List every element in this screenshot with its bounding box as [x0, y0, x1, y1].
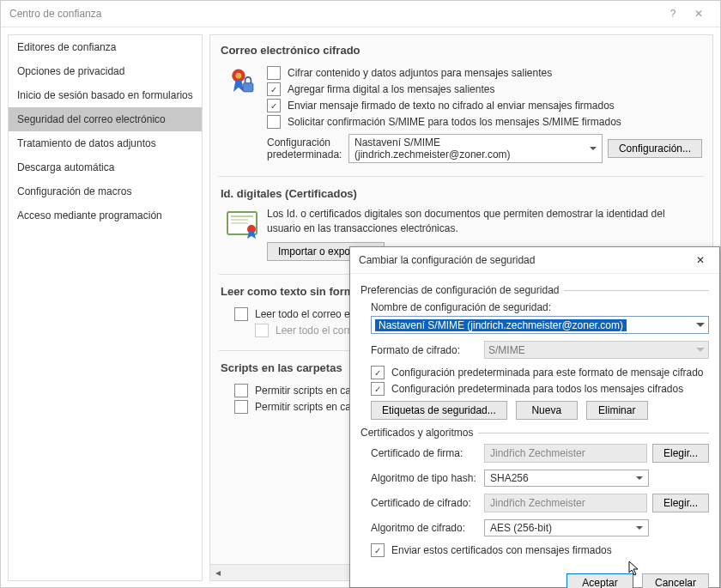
format-select: S/MIME — [484, 341, 709, 359]
hash-alg-label: Algoritmo de tipo hash: — [371, 472, 484, 484]
default-config-label: Configuración predeterminada: — [267, 136, 348, 161]
sidebar-item-email-security[interactable]: Seguridad del correo electrónico — [9, 107, 202, 131]
group-digital-ids: Id. digitales (Certificados) — [210, 180, 712, 203]
new-button[interactable]: Nueva — [516, 401, 578, 420]
checkbox-scripts-shared[interactable] — [234, 384, 248, 397]
opt-label: Configuración predeterminada para todos … — [391, 383, 683, 395]
checkbox-default-all[interactable] — [371, 382, 385, 396]
security-settings-dialog: Cambiar la configuración de seguridad ✕ … — [349, 246, 720, 588]
opt-label: Cifrar contenido y datos adjuntos para m… — [288, 67, 552, 79]
svg-rect-6 — [231, 222, 248, 224]
checkbox-send-certs[interactable] — [371, 543, 385, 557]
ids-description: Los Id. o certificados digitales son doc… — [267, 207, 702, 237]
svg-rect-2 — [243, 83, 253, 92]
dialog-footer: Aceptar Cancelar — [350, 565, 719, 588]
chevron-down-icon — [636, 476, 643, 483]
format-label: Formato de cifrado: — [371, 344, 484, 356]
checkbox-cleartext-signed[interactable] — [267, 99, 281, 112]
enc-alg-value: AES (256-bit) — [490, 522, 552, 534]
opt-label: Solicitar confirmación S/MIME para todos… — [288, 116, 621, 128]
enc-alg-select[interactable]: AES (256-bit) — [484, 519, 649, 536]
dialog-titlebar: Cambiar la configuración de seguridad ✕ — [350, 247, 719, 274]
divider — [219, 176, 704, 177]
checkbox-read-plain[interactable] — [234, 307, 248, 321]
sign-cert-label: Certificado de firma: — [371, 447, 484, 459]
opt-label: Agregar firma digital a los mensajes sal… — [288, 83, 494, 95]
close-button[interactable]: ✕ — [686, 8, 712, 20]
sidebar-item-programmatic[interactable]: Acceso mediante programación — [9, 203, 202, 227]
security-prefs-heading: Preferencias de configuración de segurid… — [360, 284, 559, 296]
checkbox-read-signed-plain — [255, 324, 269, 337]
hash-alg-select[interactable]: SHA256 — [484, 470, 649, 487]
sign-cert-value: Jindřich Zechmeister — [484, 444, 647, 463]
checkbox-default-for-format[interactable] — [371, 366, 385, 379]
config-name-label: Nombre de configuración de seguridad: — [371, 301, 709, 313]
chevron-down-icon — [636, 526, 643, 533]
sidebar-item-trusted-publishers[interactable]: Editores de confianza — [9, 35, 202, 59]
checkbox-add-signature[interactable] — [267, 82, 281, 96]
default-config-value: Nastavení S/MIME (jindrich.zechmeister@z… — [354, 136, 590, 161]
dialog-close-button[interactable]: ✕ — [690, 254, 711, 266]
security-labels-button[interactable]: Etiquetas de seguridad... — [371, 401, 507, 420]
divider — [564, 290, 709, 291]
choose-sign-cert-button[interactable]: Elegir... — [652, 444, 709, 463]
config-name-select[interactable]: Nastavení S/MIME (jindrich.zechmeister@z… — [371, 316, 709, 334]
choose-enc-cert-button[interactable]: Elegir... — [652, 494, 709, 512]
opt-label: Configuración predeterminada para este f… — [391, 367, 704, 379]
config-button[interactable]: Configuración... — [608, 139, 702, 158]
help-button[interactable]: ? — [660, 8, 686, 20]
encrypted-section: Cifrar contenido y datos adjuntos para m… — [210, 60, 712, 174]
dialog-body: Preferencias de configuración de segurid… — [350, 274, 719, 565]
svg-rect-4 — [231, 215, 253, 217]
ribbon-lock-icon — [226, 67, 260, 96]
sidebar-item-form-signin[interactable]: Inicio de sesión basado en formularios — [9, 83, 202, 107]
checkbox-smime-receipt[interactable] — [267, 115, 281, 129]
sidebar-item-auto-download[interactable]: Descarga automática — [9, 155, 202, 179]
certificate-icon — [226, 210, 260, 239]
enc-cert-value: Jindřich Zechmeister — [484, 494, 647, 512]
svg-rect-5 — [231, 219, 248, 221]
hash-alg-value: SHA256 — [490, 472, 529, 484]
ok-button[interactable]: Aceptar — [566, 573, 633, 588]
delete-button[interactable]: Eliminar — [586, 401, 648, 420]
enc-cert-label: Certificado de cifrado: — [371, 497, 484, 509]
sidebar-item-attachments[interactable]: Tratamiento de datos adjuntos — [9, 131, 202, 155]
divider — [478, 433, 709, 433]
checkbox-encrypt-outgoing[interactable] — [267, 66, 281, 80]
opt-label: Enviar mensaje firmado de texto no cifra… — [288, 100, 615, 112]
format-value: S/MIME — [488, 344, 525, 356]
sidebar: Editores de confianza Opciones de privac… — [8, 34, 203, 581]
opt-label: Enviar estos certificados con mensajes f… — [391, 544, 612, 556]
sidebar-item-privacy[interactable]: Opciones de privacidad — [9, 59, 202, 83]
enc-alg-label: Algoritmo de cifrado: — [371, 522, 484, 534]
window-title: Centro de confianza — [9, 8, 660, 20]
chevron-down-icon — [696, 323, 705, 331]
default-config-select[interactable]: Nastavení S/MIME (jindrich.zechmeister@z… — [348, 134, 603, 163]
sidebar-item-macros[interactable]: Configuración de macros — [9, 179, 202, 203]
scroll-left-icon[interactable]: ◂ — [210, 567, 225, 579]
chevron-down-icon — [590, 147, 597, 154]
cancel-button[interactable]: Cancelar — [642, 573, 709, 588]
checkbox-scripts-public[interactable] — [234, 400, 248, 414]
titlebar: Centro de confianza ? ✕ — [1, 1, 720, 27]
trust-center-window: Centro de confianza ? ✕ Editores de conf… — [0, 0, 721, 588]
chevron-down-icon — [696, 348, 705, 356]
svg-point-1 — [236, 73, 242, 79]
certs-heading: Certificados y algoritmos — [360, 427, 473, 439]
group-encrypted-mail: Correo electrónico cifrado — [210, 37, 712, 60]
dialog-title: Cambiar la configuración de seguridad — [359, 254, 690, 266]
config-name-value: Nastavení S/MIME (jindrich.zechmeister@z… — [375, 319, 627, 331]
